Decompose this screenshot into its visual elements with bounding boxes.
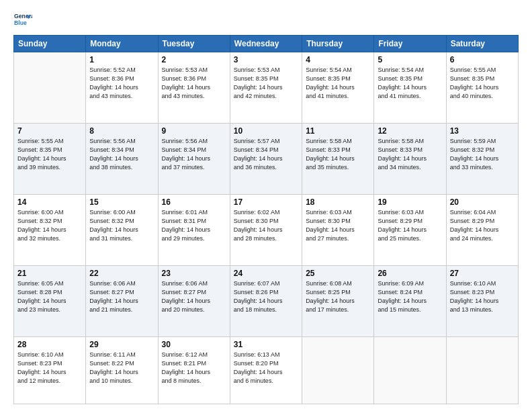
day-info: Sunrise: 5:55 AM Sunset: 8:35 PM Dayligh… xyxy=(17,137,82,172)
calendar-cell: 24Sunrise: 6:07 AM Sunset: 8:26 PM Dayli… xyxy=(230,266,302,337)
header: General Blue xyxy=(13,11,519,30)
calendar: SundayMondayTuesdayWednesdayThursdayFrid… xyxy=(13,35,519,404)
day-number: 27 xyxy=(450,269,515,278)
calendar-cell: 14Sunrise: 6:00 AM Sunset: 8:32 PM Dayli… xyxy=(14,195,86,266)
day-number: 17 xyxy=(234,197,298,207)
day-info: Sunrise: 6:00 AM Sunset: 8:32 PM Dayligh… xyxy=(17,208,82,243)
day-number: 25 xyxy=(306,269,370,278)
day-info: Sunrise: 6:06 AM Sunset: 8:27 PM Dayligh… xyxy=(89,279,154,314)
calendar-cell: 5Sunrise: 5:54 AM Sunset: 8:35 PM Daylig… xyxy=(374,52,446,124)
day-number: 5 xyxy=(378,55,442,64)
day-number: 4 xyxy=(306,55,370,64)
day-info: Sunrise: 5:58 AM Sunset: 8:33 PM Dayligh… xyxy=(378,137,442,172)
day-number: 21 xyxy=(17,269,82,278)
day-info: Sunrise: 6:04 AM Sunset: 8:29 PM Dayligh… xyxy=(450,208,515,243)
day-info: Sunrise: 5:58 AM Sunset: 8:33 PM Dayligh… xyxy=(306,137,370,172)
day-info: Sunrise: 5:54 AM Sunset: 8:35 PM Dayligh… xyxy=(378,66,442,101)
day-info: Sunrise: 5:56 AM Sunset: 8:34 PM Dayligh… xyxy=(89,137,154,172)
day-info: Sunrise: 6:06 AM Sunset: 8:27 PM Dayligh… xyxy=(162,279,226,314)
svg-text:Blue: Blue xyxy=(14,19,27,26)
day-info: Sunrise: 6:13 AM Sunset: 8:20 PM Dayligh… xyxy=(234,351,298,385)
weekday-header: Tuesday xyxy=(158,36,230,52)
day-number: 20 xyxy=(450,197,515,207)
day-number: 11 xyxy=(306,126,370,136)
calendar-cell: 3Sunrise: 5:53 AM Sunset: 8:35 PM Daylig… xyxy=(230,52,302,124)
day-number: 3 xyxy=(234,55,298,64)
calendar-cell: 30Sunrise: 6:12 AM Sunset: 8:21 PM Dayli… xyxy=(158,337,230,404)
day-number: 31 xyxy=(234,340,298,349)
day-number: 7 xyxy=(17,126,82,136)
calendar-cell: 23Sunrise: 6:06 AM Sunset: 8:27 PM Dayli… xyxy=(158,266,230,337)
calendar-cell xyxy=(302,337,374,404)
day-number: 13 xyxy=(450,126,515,136)
day-info: Sunrise: 6:05 AM Sunset: 8:28 PM Dayligh… xyxy=(17,279,82,314)
calendar-cell: 8Sunrise: 5:56 AM Sunset: 8:34 PM Daylig… xyxy=(86,124,158,195)
day-number: 22 xyxy=(89,269,154,278)
calendar-cell: 28Sunrise: 6:10 AM Sunset: 8:23 PM Dayli… xyxy=(14,337,86,404)
day-number: 2 xyxy=(162,55,226,64)
calendar-cell: 15Sunrise: 6:00 AM Sunset: 8:32 PM Dayli… xyxy=(86,195,158,266)
day-info: Sunrise: 5:52 AM Sunset: 8:36 PM Dayligh… xyxy=(89,66,154,101)
day-info: Sunrise: 6:10 AM Sunset: 8:23 PM Dayligh… xyxy=(450,279,515,314)
calendar-cell: 31Sunrise: 6:13 AM Sunset: 8:20 PM Dayli… xyxy=(230,337,302,404)
calendar-cell: 9Sunrise: 5:56 AM Sunset: 8:34 PM Daylig… xyxy=(158,124,230,195)
calendar-cell: 16Sunrise: 6:01 AM Sunset: 8:31 PM Dayli… xyxy=(158,195,230,266)
calendar-cell: 1Sunrise: 5:52 AM Sunset: 8:36 PM Daylig… xyxy=(86,52,158,124)
day-info: Sunrise: 6:08 AM Sunset: 8:25 PM Dayligh… xyxy=(306,279,370,314)
day-info: Sunrise: 6:03 AM Sunset: 8:29 PM Dayligh… xyxy=(378,208,442,243)
day-info: Sunrise: 5:54 AM Sunset: 8:35 PM Dayligh… xyxy=(306,66,370,101)
calendar-cell: 2Sunrise: 5:53 AM Sunset: 8:36 PM Daylig… xyxy=(158,52,230,124)
calendar-cell xyxy=(374,337,446,404)
day-number: 14 xyxy=(17,197,82,207)
calendar-cell: 11Sunrise: 5:58 AM Sunset: 8:33 PM Dayli… xyxy=(302,124,374,195)
day-number: 19 xyxy=(378,197,442,207)
logo-icon: General Blue xyxy=(13,11,32,30)
day-info: Sunrise: 6:10 AM Sunset: 8:23 PM Dayligh… xyxy=(17,351,82,385)
calendar-cell: 6Sunrise: 5:55 AM Sunset: 8:35 PM Daylig… xyxy=(446,52,518,124)
calendar-cell: 25Sunrise: 6:08 AM Sunset: 8:25 PM Dayli… xyxy=(302,266,374,337)
day-number: 29 xyxy=(89,340,154,349)
day-number: 12 xyxy=(378,126,442,136)
weekday-header: Thursday xyxy=(302,36,374,52)
day-info: Sunrise: 5:53 AM Sunset: 8:36 PM Dayligh… xyxy=(162,66,226,101)
day-info: Sunrise: 6:02 AM Sunset: 8:30 PM Dayligh… xyxy=(234,208,298,243)
day-info: Sunrise: 6:03 AM Sunset: 8:30 PM Dayligh… xyxy=(306,208,370,243)
day-info: Sunrise: 6:00 AM Sunset: 8:32 PM Dayligh… xyxy=(89,208,154,243)
calendar-cell xyxy=(14,52,86,124)
day-number: 30 xyxy=(162,340,226,349)
day-number: 16 xyxy=(162,197,226,207)
calendar-cell xyxy=(446,337,518,404)
weekday-header: Saturday xyxy=(446,36,518,52)
day-info: Sunrise: 6:11 AM Sunset: 8:22 PM Dayligh… xyxy=(89,351,154,385)
weekday-header: Friday xyxy=(374,36,446,52)
day-info: Sunrise: 5:55 AM Sunset: 8:35 PM Dayligh… xyxy=(450,66,515,101)
weekday-header: Wednesday xyxy=(230,36,302,52)
day-info: Sunrise: 5:57 AM Sunset: 8:34 PM Dayligh… xyxy=(234,137,298,172)
day-number: 1 xyxy=(89,55,154,64)
weekday-header: Monday xyxy=(86,36,158,52)
calendar-cell: 10Sunrise: 5:57 AM Sunset: 8:34 PM Dayli… xyxy=(230,124,302,195)
calendar-cell: 18Sunrise: 6:03 AM Sunset: 8:30 PM Dayli… xyxy=(302,195,374,266)
day-number: 26 xyxy=(378,269,442,278)
day-info: Sunrise: 6:01 AM Sunset: 8:31 PM Dayligh… xyxy=(162,208,226,243)
day-number: 9 xyxy=(162,126,226,136)
calendar-cell: 19Sunrise: 6:03 AM Sunset: 8:29 PM Dayli… xyxy=(374,195,446,266)
calendar-cell: 29Sunrise: 6:11 AM Sunset: 8:22 PM Dayli… xyxy=(86,337,158,404)
calendar-cell: 17Sunrise: 6:02 AM Sunset: 8:30 PM Dayli… xyxy=(230,195,302,266)
day-info: Sunrise: 6:07 AM Sunset: 8:26 PM Dayligh… xyxy=(234,279,298,314)
calendar-cell: 7Sunrise: 5:55 AM Sunset: 8:35 PM Daylig… xyxy=(14,124,86,195)
logo: General Blue xyxy=(13,11,32,30)
day-info: Sunrise: 5:59 AM Sunset: 8:32 PM Dayligh… xyxy=(450,137,515,172)
calendar-cell: 4Sunrise: 5:54 AM Sunset: 8:35 PM Daylig… xyxy=(302,52,374,124)
calendar-cell: 21Sunrise: 6:05 AM Sunset: 8:28 PM Dayli… xyxy=(14,266,86,337)
day-number: 10 xyxy=(234,126,298,136)
day-number: 23 xyxy=(162,269,226,278)
calendar-cell: 22Sunrise: 6:06 AM Sunset: 8:27 PM Dayli… xyxy=(86,266,158,337)
page: General Blue SundayMondayTuesdayWednesda… xyxy=(0,0,532,411)
calendar-cell: 13Sunrise: 5:59 AM Sunset: 8:32 PM Dayli… xyxy=(446,124,518,195)
day-number: 8 xyxy=(89,126,154,136)
day-number: 15 xyxy=(89,197,154,207)
calendar-cell: 20Sunrise: 6:04 AM Sunset: 8:29 PM Dayli… xyxy=(446,195,518,266)
day-number: 6 xyxy=(450,55,515,64)
day-info: Sunrise: 6:12 AM Sunset: 8:21 PM Dayligh… xyxy=(162,351,226,385)
